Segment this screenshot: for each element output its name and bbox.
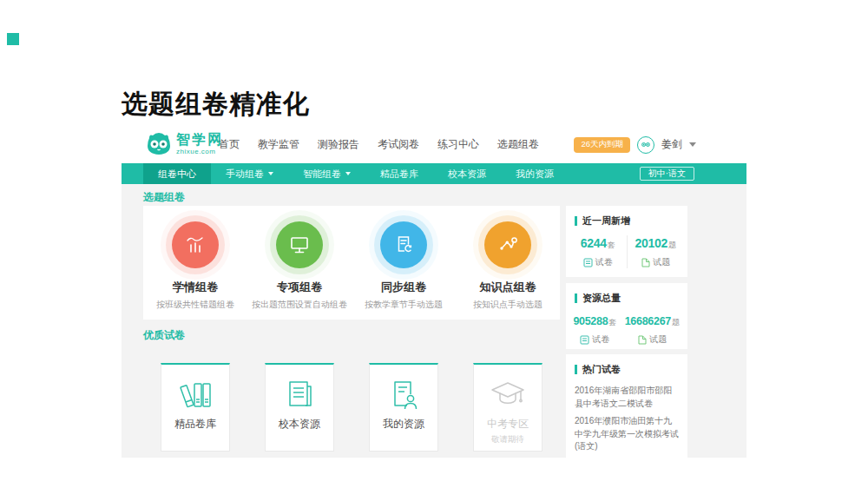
top-nav-exam-marking[interactable]: 考试阅卷 — [378, 137, 419, 152]
app-header: 智学网 zhixue.com 首页 教学监管 测验报告 考试阅卷 练习中心 选题… — [122, 126, 746, 163]
weekly-stats-title: 近一周新增 — [582, 214, 630, 228]
navbar-compose-center[interactable]: 组卷中心 — [143, 163, 211, 184]
logo-domain: zhixue.com — [176, 148, 223, 155]
doc-sync-icon — [391, 233, 416, 257]
card-premium-papers[interactable]: 精品卷库 — [161, 363, 230, 452]
question-sheet-icon — [637, 335, 647, 345]
compose-option-label: 学情组卷 — [146, 280, 246, 295]
owl-logo-icon — [146, 131, 172, 157]
card-label: 校本资源 — [279, 417, 320, 432]
user-menu-caret-icon[interactable] — [689, 142, 696, 147]
total-stats-card: 资源总量 905288套 试卷 16686267题 试题 — [566, 283, 687, 349]
question-sheet-icon — [641, 258, 650, 267]
slide-accent-square — [7, 33, 19, 45]
compose-option-sync[interactable]: 同步组卷 按教学章节手动选题 — [354, 216, 454, 311]
hot-paper-link[interactable]: 2016年湖南省邵阳市邵阳县中考语文二模试卷 — [575, 385, 679, 410]
compose-option-label: 专项组卷 — [250, 280, 350, 295]
total-stats-title: 资源总量 — [582, 292, 621, 305]
avatar-owl-icon — [640, 139, 652, 151]
compose-option-special[interactable]: 专项组卷 按出题范围设置自动组卷 — [250, 216, 350, 311]
top-nav-test-report[interactable]: 测验报告 — [318, 137, 359, 152]
section-accent-bar — [575, 216, 577, 226]
logo-name: 智学网 — [176, 133, 223, 147]
user-avatar[interactable] — [637, 136, 654, 154]
section-accent-bar — [575, 293, 577, 303]
top-nav-home[interactable]: 首页 — [219, 137, 240, 152]
section-accent-bar — [575, 365, 577, 374]
card-label: 我的资源 — [383, 417, 424, 432]
user-area: 26天内到期 姜剑 — [574, 126, 696, 163]
card-coming-soon: 敬请期待 — [491, 434, 524, 445]
total-papers-stat: 905288套 试卷 — [569, 313, 621, 346]
paper-icon — [583, 258, 593, 267]
top-nav: 首页 教学监管 测验报告 考试阅卷 练习中心 选题组卷 — [219, 126, 539, 163]
section-title-quality-papers: 优质试卷 — [143, 328, 185, 343]
hot-papers-title: 热门试卷 — [582, 363, 621, 376]
navbar-premium-papers[interactable]: 精品卷库 — [365, 163, 433, 184]
books-icon — [176, 378, 214, 412]
knowledge-graph-icon — [496, 233, 520, 257]
card-label: 中考专区 — [487, 417, 529, 432]
document-icon — [280, 378, 319, 412]
compose-option-desc: 按教学章节手动选题 — [354, 299, 454, 311]
navbar-smart-compose[interactable]: 智能组卷 — [288, 163, 365, 184]
card-label: 精品卷库 — [174, 417, 216, 432]
top-nav-paper-compose[interactable]: 选题组卷 — [497, 137, 539, 152]
paper-icon — [580, 335, 589, 345]
app-screenshot-frame: 智学网 zhixue.com 首页 教学监管 测验报告 考试阅卷 练习中心 选题… — [122, 126, 746, 458]
graduation-cap-icon — [489, 378, 527, 412]
navbar-manual-compose[interactable]: 手动组卷 — [211, 163, 288, 184]
username[interactable]: 姜剑 — [661, 137, 682, 152]
expiry-badge[interactable]: 26天内到期 — [574, 137, 630, 153]
compose-option-knowledge[interactable]: 知识点组卷 按知识点手动选题 — [458, 216, 558, 311]
content-area: 选题组卷 学情组卷 按班级共性错题组卷 — [122, 184, 746, 458]
compose-option-label: 同步组卷 — [354, 280, 454, 295]
section-title-compose: 选题组卷 — [143, 190, 185, 205]
card-my-resources[interactable]: 我的资源 — [369, 363, 438, 452]
subject-selector[interactable]: 初中·语文 — [640, 167, 694, 181]
doc-person-icon — [385, 378, 423, 412]
compose-option-desc: 按出题范围设置自动组卷 — [250, 299, 350, 311]
module-navbar: 组卷中心 手动组卷 智能组卷 精品卷库 校本资源 我的资源 初中·语文 — [122, 163, 746, 184]
hot-paper-link[interactable]: 2016年濮阳市油田第十九中学九年级第一次模拟考试(语文) — [575, 415, 679, 453]
weekly-stats-card: 近一周新增 6244套 试卷 20102题 试题 — [566, 206, 687, 277]
navbar-my-resources[interactable]: 我的资源 — [501, 163, 569, 184]
dropdown-caret-icon — [268, 172, 273, 175]
compose-option-learning[interactable]: 学情组卷 按班级共性错题组卷 — [146, 216, 246, 311]
card-school-resources[interactable]: 校本资源 — [265, 363, 334, 452]
monitor-icon — [287, 233, 312, 257]
compose-option-desc: 按班级共性错题组卷 — [146, 299, 246, 311]
compose-option-desc: 按知识点手动选题 — [458, 299, 558, 311]
hot-papers-card: 热门试卷 2016年湖南省邵阳市邵阳县中考语文二模试卷 2016年濮阳市油田第十… — [566, 354, 687, 458]
card-zhongkao-zone[interactable]: 中考专区 敬请期待 — [473, 363, 542, 452]
compose-option-label: 知识点组卷 — [458, 280, 558, 295]
compose-options-row: 学情组卷 按班级共性错题组卷 专项组卷 按出题范围设置自动组卷 — [143, 206, 560, 311]
page-title: 选题组卷精准化 — [122, 87, 310, 122]
total-questions-stat: 16686267题 试题 — [621, 313, 684, 346]
weekly-questions-stat: 20102题 试题 — [627, 235, 685, 268]
dropdown-caret-icon — [345, 172, 351, 175]
top-nav-practice-center[interactable]: 练习中心 — [437, 137, 479, 152]
resource-cards-row: 精品卷库 校本资源 — [143, 363, 560, 452]
weekly-papers-stat: 6244套 试卷 — [569, 235, 627, 268]
top-nav-teaching-supervision[interactable]: 教学监管 — [258, 137, 299, 152]
navbar-school-resources[interactable]: 校本资源 — [433, 163, 501, 184]
zhixue-logo[interactable]: 智学网 zhixue.com — [146, 131, 223, 157]
compose-options-panel: 学情组卷 按班级共性错题组卷 专项组卷 按出题范围设置自动组卷 — [143, 206, 560, 320]
exam-analytics-icon — [183, 233, 207, 257]
